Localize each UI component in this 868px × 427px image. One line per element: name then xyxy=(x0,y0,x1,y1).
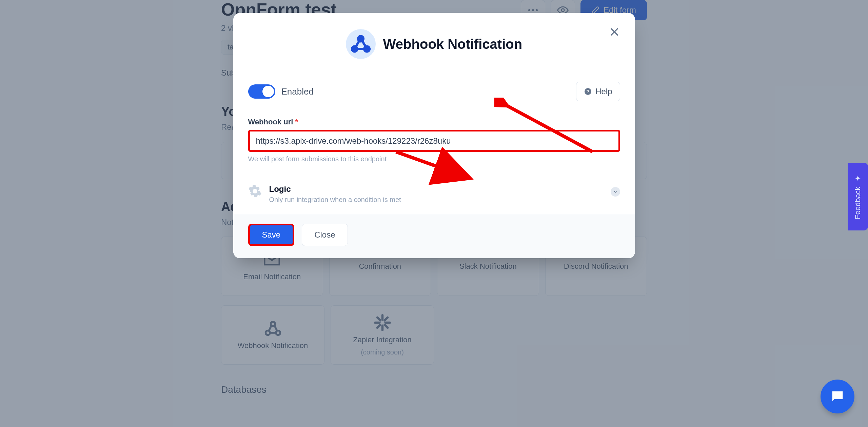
chat-button[interactable] xyxy=(821,380,854,413)
modal-title: Webhook Notification xyxy=(383,37,522,52)
webhook-url-input[interactable] xyxy=(248,130,620,152)
webhook-icon xyxy=(351,34,371,54)
modal-overlay[interactable]: Webhook Notification Enabled ? Help Webh… xyxy=(0,0,868,427)
webhook-url-label: Webhook url * xyxy=(248,118,620,126)
question-icon: ? xyxy=(584,87,592,96)
help-button[interactable]: ? Help xyxy=(576,82,620,101)
logic-title: Logic xyxy=(269,184,401,194)
chevron-down-icon[interactable] xyxy=(611,187,620,197)
webhook-modal: Webhook Notification Enabled ? Help Webh… xyxy=(233,13,635,258)
logic-subtitle: Only run integration when a condition is… xyxy=(269,196,401,204)
logic-section[interactable]: Logic Only run integration when a condit… xyxy=(233,174,635,214)
gear-icon xyxy=(248,184,262,198)
sparkle-icon: ✦ xyxy=(853,174,862,182)
svg-text:?: ? xyxy=(587,88,590,94)
enabled-toggle[interactable] xyxy=(248,84,275,99)
enabled-label: Enabled xyxy=(281,86,314,97)
webhook-icon-wrap xyxy=(346,29,376,59)
close-icon[interactable] xyxy=(609,26,620,37)
feedback-tab[interactable]: Feedback ✦ xyxy=(848,163,868,230)
help-label: Help xyxy=(595,87,612,96)
feedback-label: Feedback xyxy=(853,186,862,219)
close-button[interactable]: Close xyxy=(302,224,348,246)
save-button[interactable]: Save xyxy=(248,224,295,246)
chat-icon xyxy=(830,389,845,404)
webhook-url-help: We will post form submissions to this en… xyxy=(248,155,620,163)
